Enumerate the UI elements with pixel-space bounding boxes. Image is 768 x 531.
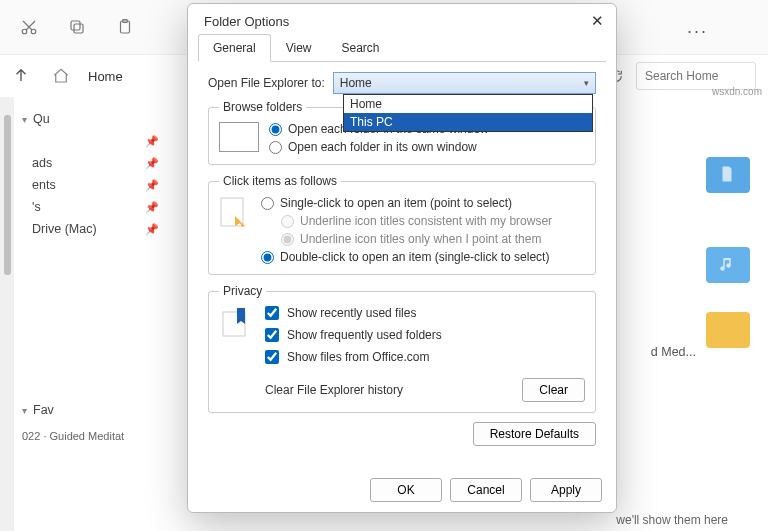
folder-options-dialog: Folder Options ✕ General View Search Ope… (187, 3, 617, 513)
browse-thumbnail (219, 122, 259, 152)
apply-button[interactable]: Apply (530, 478, 602, 502)
close-icon[interactable]: ✕ (591, 12, 604, 30)
dropdown-option-home[interactable]: Home (344, 95, 592, 113)
combobox-value: Home (340, 76, 372, 90)
privacy-icon (219, 306, 253, 340)
folder-generic[interactable] (706, 312, 750, 348)
tab-bar: General View Search (198, 34, 606, 62)
pin-icon: 📌 (145, 157, 159, 170)
privacy-legend: Privacy (219, 284, 266, 298)
folder-documents[interactable] (706, 157, 750, 193)
sidebar-item[interactable]: 📌 (22, 131, 161, 152)
sidebar-label: Qu (33, 112, 50, 126)
dropdown-option-thispc[interactable]: This PC (344, 113, 592, 131)
sidebar-group-fav[interactable]: ▾Fav (22, 400, 161, 420)
sidebar-footer: 022 · Guided Meditat (22, 430, 161, 442)
clear-history-label: Clear File Explorer history (265, 383, 403, 397)
item-label: d Med... (651, 345, 696, 359)
tab-search[interactable]: Search (327, 34, 395, 61)
sidebar-item[interactable]: 's📌 (22, 196, 161, 218)
chevron-down-icon: ▾ (584, 78, 589, 88)
browse-legend: Browse folders (219, 100, 306, 114)
pin-icon: 📌 (145, 201, 159, 214)
combobox-dropdown: Home This PC (343, 94, 593, 132)
copy-icon[interactable] (68, 18, 86, 36)
pin-icon: 📌 (145, 223, 159, 236)
checkbox-recent-files[interactable]: Show recently used files (265, 306, 585, 320)
sidebar: ▾Qu 📌 ads📌 ents📌 's📌 Drive (Mac)📌 ▾Fav 0… (14, 97, 169, 531)
click-legend: Click items as follows (219, 174, 341, 188)
restore-defaults-button[interactable]: Restore Defaults (473, 422, 596, 446)
sidebar-group-quick[interactable]: ▾Qu (22, 109, 161, 129)
ok-button[interactable]: OK (370, 478, 442, 502)
open-explorer-combobox[interactable]: Home ▾ (333, 72, 596, 94)
clear-button[interactable]: Clear (522, 378, 585, 402)
svg-rect-2 (74, 24, 83, 33)
click-items-group: Click items as follows Single-click to o… (208, 174, 596, 275)
checkbox-office-files[interactable]: Show files from Office.com (265, 350, 585, 364)
radio-own-window[interactable]: Open each folder in its own window (269, 140, 585, 154)
radio-double-click[interactable]: Double-click to open an item (single-cli… (261, 250, 585, 264)
home-icon[interactable] (52, 67, 70, 85)
sidebar-item[interactable]: ads📌 (22, 152, 161, 174)
cancel-button[interactable]: Cancel (450, 478, 522, 502)
radio-underline-point: Underline icon titles only when I point … (281, 232, 585, 246)
tab-general[interactable]: General (198, 34, 271, 62)
pin-icon: 📌 (145, 179, 159, 192)
breadcrumb-home[interactable]: Home (88, 69, 123, 84)
more-button[interactable]: ... (687, 17, 708, 38)
privacy-group: Privacy Show recently used files Show fr… (208, 284, 596, 413)
scrollbar-thumb[interactable] (4, 115, 11, 275)
content-hint: we'll show them here (616, 513, 728, 527)
watermark: wsxdn.com (712, 86, 762, 97)
dialog-title: Folder Options (204, 14, 289, 29)
svg-rect-3 (71, 21, 80, 30)
open-explorer-label: Open File Explorer to: (208, 76, 325, 90)
pin-icon: 📌 (145, 135, 159, 148)
radio-single-click[interactable]: Single-click to open an item (point to s… (261, 196, 585, 210)
sidebar-label: Fav (33, 403, 54, 417)
chevron-down-icon: ▾ (22, 405, 27, 416)
cut-icon[interactable] (20, 18, 38, 36)
checkbox-frequent-folders[interactable]: Show frequently used folders (265, 328, 585, 342)
radio-underline-browser: Underline icon titles consistent with my… (281, 214, 585, 228)
sidebar-scrollbar[interactable] (0, 97, 14, 531)
dialog-titlebar: Folder Options ✕ (188, 4, 616, 34)
chevron-down-icon: ▾ (22, 114, 27, 125)
paste-icon[interactable] (116, 18, 134, 36)
tab-view[interactable]: View (271, 34, 327, 61)
sidebar-item[interactable]: ents📌 (22, 174, 161, 196)
click-icon (219, 196, 251, 232)
dialog-body: Open File Explorer to: Home ▾ Home This … (188, 62, 616, 470)
folder-music[interactable] (706, 247, 750, 283)
up-icon[interactable] (12, 66, 32, 86)
sidebar-item[interactable]: Drive (Mac)📌 (22, 218, 161, 240)
dialog-buttons: OK Cancel Apply (188, 470, 616, 512)
